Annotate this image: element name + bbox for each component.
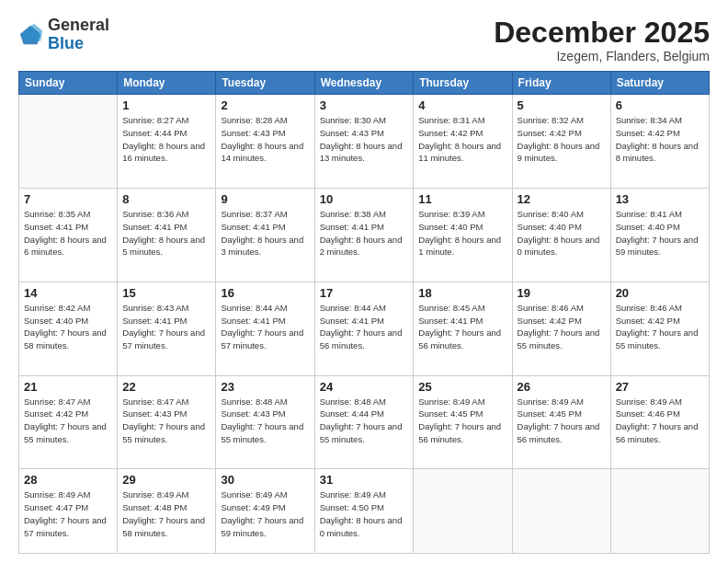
calendar-day-cell	[414, 469, 512, 554]
day-info: Sunrise: 8:47 AM Sunset: 4:43 PM Dayligh…	[122, 396, 210, 446]
calendar-page: General Blue December 2025 Izegem, Fland…	[0, 0, 728, 563]
day-number: 19	[518, 286, 606, 300]
calendar-day-cell: 12Sunrise: 8:40 AM Sunset: 4:40 PM Dayli…	[512, 188, 610, 282]
day-info: Sunrise: 8:49 AM Sunset: 4:48 PM Dayligh…	[122, 488, 210, 539]
calendar-day-cell: 5Sunrise: 8:32 AM Sunset: 4:42 PM Daylig…	[512, 95, 610, 189]
day-info: Sunrise: 8:38 AM Sunset: 4:41 PM Dayligh…	[320, 208, 409, 259]
calendar-table: SundayMondayTuesdayWednesdayThursdayFrid…	[18, 71, 710, 554]
day-info: Sunrise: 8:45 AM Sunset: 4:41 PM Dayligh…	[418, 302, 506, 352]
header: General Blue December 2025 Izegem, Fland…	[18, 17, 710, 63]
day-number: 23	[221, 380, 309, 394]
day-info: Sunrise: 8:28 AM Sunset: 4:43 PM Dayligh…	[221, 114, 309, 165]
day-number: 27	[616, 380, 704, 394]
day-number: 9	[221, 192, 309, 206]
day-number: 5	[518, 98, 606, 112]
calendar-day-cell: 19Sunrise: 8:46 AM Sunset: 4:42 PM Dayli…	[512, 282, 610, 375]
day-info: Sunrise: 8:27 AM Sunset: 4:44 PM Dayligh…	[122, 114, 210, 165]
calendar-day-cell: 15Sunrise: 8:43 AM Sunset: 4:41 PM Dayli…	[118, 282, 216, 375]
day-of-week-header: Wednesday	[314, 72, 414, 95]
logo-text: General Blue	[48, 17, 109, 53]
day-number: 10	[320, 192, 409, 206]
day-info: Sunrise: 8:48 AM Sunset: 4:44 PM Dayligh…	[320, 396, 409, 446]
calendar-day-cell: 30Sunrise: 8:49 AM Sunset: 4:49 PM Dayli…	[216, 469, 314, 554]
day-number: 15	[122, 286, 210, 300]
calendar-day-cell: 2Sunrise: 8:28 AM Sunset: 4:43 PM Daylig…	[216, 95, 314, 189]
day-number: 8	[122, 192, 210, 206]
day-number: 18	[418, 286, 506, 300]
day-info: Sunrise: 8:40 AM Sunset: 4:40 PM Dayligh…	[518, 208, 606, 259]
day-number: 14	[24, 286, 112, 300]
calendar-week-row: 28Sunrise: 8:49 AM Sunset: 4:47 PM Dayli…	[19, 469, 710, 554]
calendar-header-row: SundayMondayTuesdayWednesdayThursdayFrid…	[19, 72, 710, 95]
calendar-day-cell: 26Sunrise: 8:49 AM Sunset: 4:45 PM Dayli…	[512, 375, 610, 469]
day-number: 12	[518, 192, 606, 206]
calendar-day-cell: 6Sunrise: 8:34 AM Sunset: 4:42 PM Daylig…	[610, 95, 709, 189]
title-block: December 2025 Izegem, Flanders, Belgium	[494, 17, 710, 63]
day-number: 26	[518, 380, 606, 394]
day-number: 1	[122, 98, 210, 112]
calendar-week-row: 7Sunrise: 8:35 AM Sunset: 4:41 PM Daylig…	[19, 188, 710, 282]
calendar-day-cell: 13Sunrise: 8:41 AM Sunset: 4:40 PM Dayli…	[610, 188, 709, 282]
day-info: Sunrise: 8:37 AM Sunset: 4:41 PM Dayligh…	[221, 208, 309, 259]
calendar-day-cell: 8Sunrise: 8:36 AM Sunset: 4:41 PM Daylig…	[118, 188, 216, 282]
day-of-week-header: Friday	[512, 72, 610, 95]
calendar-day-cell: 20Sunrise: 8:46 AM Sunset: 4:42 PM Dayli…	[610, 282, 709, 375]
day-number: 24	[320, 380, 409, 394]
day-number: 3	[320, 98, 409, 112]
day-number: 22	[122, 380, 210, 394]
day-info: Sunrise: 8:30 AM Sunset: 4:43 PM Dayligh…	[320, 114, 409, 165]
calendar-day-cell: 17Sunrise: 8:44 AM Sunset: 4:41 PM Dayli…	[314, 282, 414, 375]
calendar-week-row: 1Sunrise: 8:27 AM Sunset: 4:44 PM Daylig…	[19, 95, 710, 189]
day-number: 11	[418, 192, 506, 206]
calendar-day-cell: 27Sunrise: 8:49 AM Sunset: 4:46 PM Dayli…	[610, 375, 709, 469]
day-info: Sunrise: 8:39 AM Sunset: 4:40 PM Dayligh…	[418, 208, 506, 259]
day-info: Sunrise: 8:31 AM Sunset: 4:42 PM Dayligh…	[418, 114, 506, 165]
day-info: Sunrise: 8:49 AM Sunset: 4:45 PM Dayligh…	[518, 396, 606, 446]
day-info: Sunrise: 8:34 AM Sunset: 4:42 PM Dayligh…	[616, 114, 704, 165]
day-info: Sunrise: 8:49 AM Sunset: 4:50 PM Dayligh…	[320, 488, 409, 539]
calendar-day-cell: 31Sunrise: 8:49 AM Sunset: 4:50 PM Dayli…	[314, 469, 414, 554]
day-of-week-header: Thursday	[414, 72, 512, 95]
calendar-day-cell: 7Sunrise: 8:35 AM Sunset: 4:41 PM Daylig…	[19, 188, 118, 282]
day-number: 21	[24, 380, 112, 394]
day-info: Sunrise: 8:41 AM Sunset: 4:40 PM Dayligh…	[616, 208, 704, 259]
day-number: 13	[616, 192, 704, 206]
calendar-day-cell: 29Sunrise: 8:49 AM Sunset: 4:48 PM Dayli…	[118, 469, 216, 554]
calendar-day-cell: 24Sunrise: 8:48 AM Sunset: 4:44 PM Dayli…	[314, 375, 414, 469]
day-info: Sunrise: 8:35 AM Sunset: 4:41 PM Dayligh…	[24, 208, 112, 259]
calendar-day-cell: 9Sunrise: 8:37 AM Sunset: 4:41 PM Daylig…	[216, 188, 314, 282]
logo-icon	[18, 22, 44, 48]
calendar-day-cell: 23Sunrise: 8:48 AM Sunset: 4:43 PM Dayli…	[216, 375, 314, 469]
calendar-day-cell: 25Sunrise: 8:49 AM Sunset: 4:45 PM Dayli…	[414, 375, 512, 469]
day-info: Sunrise: 8:49 AM Sunset: 4:46 PM Dayligh…	[616, 396, 704, 446]
day-info: Sunrise: 8:46 AM Sunset: 4:42 PM Dayligh…	[616, 302, 704, 352]
day-number: 6	[616, 98, 704, 112]
calendar-day-cell: 10Sunrise: 8:38 AM Sunset: 4:41 PM Dayli…	[314, 188, 414, 282]
calendar-day-cell: 1Sunrise: 8:27 AM Sunset: 4:44 PM Daylig…	[118, 95, 216, 189]
day-info: Sunrise: 8:43 AM Sunset: 4:41 PM Dayligh…	[122, 302, 210, 352]
day-info: Sunrise: 8:47 AM Sunset: 4:42 PM Dayligh…	[24, 396, 112, 446]
day-of-week-header: Monday	[118, 72, 216, 95]
calendar-day-cell	[512, 469, 610, 554]
day-number: 29	[122, 473, 210, 487]
day-number: 7	[24, 192, 112, 206]
calendar-week-row: 14Sunrise: 8:42 AM Sunset: 4:40 PM Dayli…	[19, 282, 710, 375]
day-info: Sunrise: 8:48 AM Sunset: 4:43 PM Dayligh…	[221, 396, 309, 446]
month-title: December 2025	[494, 17, 710, 49]
calendar-day-cell	[19, 95, 118, 189]
calendar-day-cell: 11Sunrise: 8:39 AM Sunset: 4:40 PM Dayli…	[414, 188, 512, 282]
day-of-week-header: Saturday	[610, 72, 709, 95]
calendar-day-cell: 22Sunrise: 8:47 AM Sunset: 4:43 PM Dayli…	[118, 375, 216, 469]
day-number: 16	[221, 286, 309, 300]
calendar-day-cell: 18Sunrise: 8:45 AM Sunset: 4:41 PM Dayli…	[414, 282, 512, 375]
day-number: 31	[320, 473, 409, 487]
day-info: Sunrise: 8:49 AM Sunset: 4:47 PM Dayligh…	[24, 488, 112, 539]
day-info: Sunrise: 8:42 AM Sunset: 4:40 PM Dayligh…	[24, 302, 112, 352]
day-info: Sunrise: 8:44 AM Sunset: 4:41 PM Dayligh…	[221, 302, 309, 352]
day-info: Sunrise: 8:49 AM Sunset: 4:49 PM Dayligh…	[221, 488, 309, 539]
logo: General Blue	[18, 17, 109, 53]
calendar-day-cell	[610, 469, 709, 554]
calendar-week-row: 21Sunrise: 8:47 AM Sunset: 4:42 PM Dayli…	[19, 375, 710, 469]
day-number: 2	[221, 98, 309, 112]
day-number: 28	[24, 473, 112, 487]
